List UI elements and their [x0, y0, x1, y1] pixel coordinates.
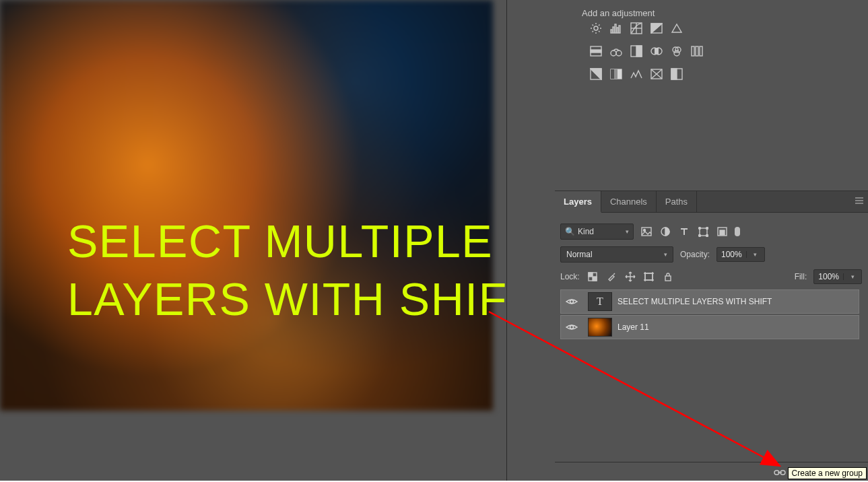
svg-point-49	[706, 227, 708, 229]
filter-smart-icon[interactable]	[716, 226, 728, 238]
blend-row: Normal ▾ Opacity: 100% ▾	[560, 246, 862, 263]
svg-point-48	[698, 227, 700, 229]
panel-menu-icon[interactable]	[855, 197, 864, 206]
adjustments-panel: Add an adjustment	[555, 0, 868, 191]
blend-mode-value: Normal	[566, 250, 593, 259]
layers-panel: Layers Channels Paths 🔍 Kind ▾	[555, 191, 868, 482]
tab-layers[interactable]: Layers	[555, 191, 601, 213]
link-layers-icon[interactable]	[774, 467, 786, 479]
opacity-label: Opacity:	[680, 250, 710, 259]
svg-rect-31	[696, 46, 698, 56]
svg-rect-23	[636, 46, 642, 57]
layer-thumbnail-image[interactable]	[588, 318, 612, 337]
lock-position-icon[interactable]	[624, 271, 636, 283]
vibrance-icon[interactable]	[590, 45, 602, 57]
svg-point-64	[570, 326, 574, 329]
svg-rect-19	[591, 50, 601, 53]
svg-rect-44	[642, 228, 651, 236]
svg-rect-30	[692, 46, 694, 56]
hue-sat-icon[interactable]	[610, 45, 622, 57]
posterize-icon[interactable]	[610, 68, 622, 80]
layer-filter-row: 🔍 Kind ▾	[560, 223, 740, 240]
layer-name[interactable]: Layer 11	[617, 322, 649, 332]
visibility-eye-icon[interactable]	[561, 290, 582, 313]
tooltip-create-group: Create a new group	[788, 467, 867, 479]
opacity-input[interactable]: 100% ▾	[716, 247, 765, 262]
fill-label: Fill:	[795, 272, 807, 281]
svg-rect-11	[615, 24, 616, 33]
visibility-eye-icon[interactable]	[561, 316, 582, 339]
right-panels: Add an adjustment	[555, 0, 868, 482]
svg-point-29	[674, 50, 679, 56]
filter-adjustment-icon[interactable]	[659, 226, 671, 238]
invert-icon[interactable]	[590, 68, 602, 80]
svg-point-63	[570, 300, 574, 304]
opacity-value: 100%	[717, 250, 746, 259]
svg-rect-13	[619, 26, 620, 33]
fill-value: 100%	[814, 272, 843, 281]
svg-line-8	[593, 31, 594, 32]
layer-row[interactable]: Layer 11	[560, 315, 859, 339]
tab-paths[interactable]: Paths	[657, 191, 697, 212]
color-balance-icon[interactable]	[630, 45, 642, 57]
filter-pixel-icon[interactable]	[640, 226, 653, 238]
svg-line-5	[593, 25, 594, 26]
bw-icon[interactable]	[650, 45, 663, 57]
chevron-down-icon: ▾	[664, 251, 667, 258]
layer-thumbnail-text-icon[interactable]: T	[588, 292, 612, 311]
vibrance-triangle-icon[interactable]	[671, 22, 683, 34]
photo-filter-icon[interactable]	[671, 45, 683, 57]
blend-mode-dropdown[interactable]: Normal ▾	[560, 246, 673, 263]
lock-paint-icon[interactable]	[605, 271, 617, 283]
selective-color-icon[interactable]	[671, 68, 683, 80]
layer-name[interactable]: SELECT MULTIPLE LAYERS WITH SHIFT	[617, 297, 772, 306]
filter-kind-label: Kind	[578, 227, 594, 236]
gradient-map-icon[interactable]	[650, 68, 663, 80]
chevron-down-icon: ▾	[626, 228, 629, 235]
lock-all-icon[interactable]	[662, 271, 674, 283]
filter-text-icon[interactable]	[678, 226, 690, 238]
svg-rect-12	[617, 28, 618, 33]
svg-rect-53	[720, 230, 725, 235]
svg-rect-36	[614, 69, 617, 79]
svg-rect-35	[611, 69, 614, 79]
exposure-icon[interactable]	[650, 22, 663, 34]
svg-rect-10	[613, 27, 614, 33]
lock-transparency-icon[interactable]	[587, 271, 599, 283]
chevron-down-icon: ▾	[746, 251, 764, 258]
fill-input[interactable]: 100% ▾	[813, 269, 862, 284]
lock-row: Lock: Fill: 100% ▾	[560, 269, 862, 284]
canvas-area[interactable]: SELECT MULTIPLE LAYERS WITH SHIFT	[0, 0, 506, 467]
svg-rect-32	[700, 46, 702, 56]
filter-shape-icon[interactable]	[697, 226, 709, 238]
brightness-icon[interactable]	[590, 22, 602, 34]
svg-point-0	[594, 26, 598, 30]
channel-mixer-icon[interactable]	[691, 45, 703, 57]
filter-toggle-switch[interactable]	[735, 227, 740, 236]
svg-rect-57	[645, 273, 653, 280]
curves-icon[interactable]	[630, 22, 642, 34]
document-image	[0, 0, 493, 411]
svg-rect-26	[655, 48, 659, 55]
svg-line-7	[599, 25, 600, 26]
lock-artboard-icon[interactable]	[643, 271, 655, 283]
svg-rect-47	[700, 228, 707, 236]
svg-rect-37	[617, 69, 622, 79]
svg-rect-62	[665, 276, 671, 281]
svg-point-45	[644, 230, 646, 232]
svg-rect-9	[611, 30, 612, 33]
svg-line-6	[599, 31, 600, 32]
adjustments-title: Add an adjustment	[582, 8, 655, 18]
svg-rect-55	[589, 273, 593, 277]
threshold-icon[interactable]	[630, 68, 642, 80]
svg-point-51	[706, 234, 708, 236]
svg-point-20	[611, 50, 616, 56]
layer-row[interactable]: T SELECT MULTIPLE LAYERS WITH SHIFT	[560, 289, 859, 314]
layer-list: T SELECT MULTIPLE LAYERS WITH SHIFT Laye…	[560, 289, 859, 341]
canvas-text-overlay: SELECT MULTIPLE LAYERS WITH SHIFT	[67, 212, 485, 328]
levels-icon[interactable]	[610, 22, 622, 34]
layers-tabbar: Layers Channels Paths	[555, 191, 868, 213]
tab-channels[interactable]: Channels	[601, 191, 657, 212]
svg-point-21	[616, 50, 622, 56]
filter-kind-dropdown[interactable]: 🔍 Kind ▾	[560, 223, 634, 240]
